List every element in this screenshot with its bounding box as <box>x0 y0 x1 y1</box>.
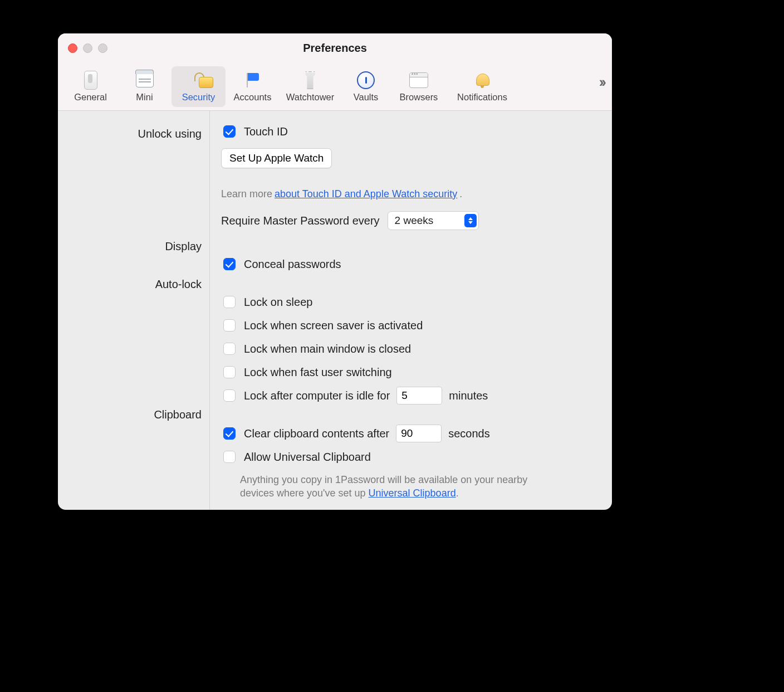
close-window-button[interactable] <box>68 43 77 53</box>
tab-label: Security <box>171 92 226 103</box>
clear-clipboard-seconds-input[interactable] <box>396 425 442 442</box>
select-arrows-icon <box>464 214 477 227</box>
lock-screensaver-checkbox[interactable] <box>223 319 236 332</box>
settings-pane: Touch ID Set Up Apple Watch Learn more a… <box>210 111 612 510</box>
section-label-display: Display <box>58 235 209 258</box>
tab-label: Watchtower <box>280 92 341 103</box>
browser-icon <box>409 72 428 88</box>
tab-watchtower[interactable]: Watchtower <box>280 66 341 107</box>
tab-security[interactable]: Security <box>171 66 226 107</box>
learn-more-link[interactable]: about Touch ID and Apple Watch security <box>275 188 457 200</box>
universal-clipboard-checkbox[interactable] <box>223 451 236 463</box>
tab-general[interactable]: General <box>63 66 117 107</box>
conceal-passwords-label: Conceal passwords <box>244 258 341 271</box>
require-master-password-label: Require Master Password every <box>221 215 380 227</box>
lock-main-window-label: Lock when main window is closed <box>244 343 411 355</box>
setup-apple-watch-button[interactable]: Set Up Apple Watch <box>221 148 332 168</box>
flag-icon <box>244 72 261 89</box>
section-labels: Unlock using Display Auto-lock Clipboard <box>58 111 210 510</box>
section-label-clipboard: Clipboard <box>58 403 209 426</box>
clear-clipboard-label: Clear clipboard contents after <box>244 427 389 440</box>
universal-clipboard-link[interactable]: Universal Clipboard <box>369 488 456 499</box>
universal-clipboard-description: Anything you copy in 1Password will be a… <box>240 473 552 500</box>
learn-more-text: Learn more <box>221 188 272 200</box>
bell-icon <box>475 72 489 88</box>
tab-label: Notifications <box>447 92 518 103</box>
tab-vaults[interactable]: Vaults <box>341 66 391 107</box>
vault-icon <box>357 71 375 89</box>
tab-label: Vaults <box>341 92 391 103</box>
lock-fast-switch-label: Lock when fast user switching <box>244 366 392 379</box>
lock-main-window-checkbox[interactable] <box>223 343 236 355</box>
section-label-autolock: Auto-lock <box>58 272 209 296</box>
preferences-window: Preferences General Mini Security Accoun… <box>58 33 612 510</box>
learn-more-suffix: . <box>459 188 462 200</box>
clear-clipboard-unit: seconds <box>448 427 490 440</box>
lock-fast-switch-checkbox[interactable] <box>223 366 236 378</box>
lock-idle-unit: minutes <box>449 389 488 402</box>
conceal-passwords-checkbox[interactable] <box>223 258 236 270</box>
toolbar-overflow-button[interactable]: ›› <box>599 74 604 91</box>
tab-label: General <box>63 92 117 103</box>
zoom-window-button <box>98 43 107 53</box>
lock-idle-label: Lock after computer is idle for <box>244 389 390 402</box>
tab-label: Accounts <box>226 92 280 103</box>
tab-accounts[interactable]: Accounts <box>226 66 280 107</box>
tab-label: Mini <box>117 92 171 103</box>
lock-idle-minutes-input[interactable] <box>396 387 442 405</box>
require-master-password-select[interactable]: 2 weeks <box>388 211 479 230</box>
lock-on-sleep-checkbox[interactable] <box>223 296 236 308</box>
lock-idle-checkbox[interactable] <box>223 389 236 402</box>
window-controls <box>68 43 107 53</box>
clear-clipboard-checkbox[interactable] <box>223 427 236 440</box>
tab-notifications[interactable]: Notifications <box>447 66 518 107</box>
section-label-unlock: Unlock using <box>58 122 209 145</box>
lock-icon <box>192 72 205 88</box>
window-title: Preferences <box>58 33 612 55</box>
tab-browsers[interactable]: Browsers <box>391 66 447 107</box>
lock-screensaver-label: Lock when screen saver is activated <box>244 319 423 332</box>
touch-id-checkbox[interactable] <box>223 125 236 138</box>
card-icon <box>136 73 154 87</box>
toolbar-tabs: General Mini Security Accounts Watchtowe… <box>63 66 518 107</box>
tab-label: Browsers <box>391 92 447 103</box>
lock-on-sleep-label: Lock on sleep <box>244 296 312 309</box>
toolbar: Preferences General Mini Security Accoun… <box>58 33 612 111</box>
require-master-password-value: 2 weeks <box>395 215 434 227</box>
tower-icon <box>302 71 318 89</box>
universal-clipboard-label: Allow Universal Clipboard <box>244 451 371 464</box>
switch-icon <box>84 71 97 90</box>
tab-mini[interactable]: Mini <box>117 66 171 107</box>
touch-id-label: Touch ID <box>244 125 288 138</box>
minimize-window-button <box>83 43 92 53</box>
